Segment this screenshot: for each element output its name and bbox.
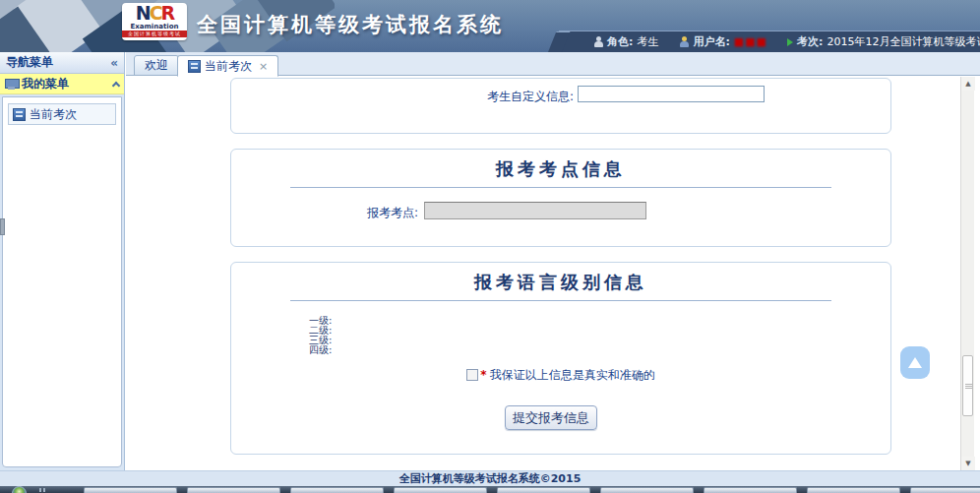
- logo-ncr-text: NCR: [122, 4, 187, 23]
- tab-current-label: 当前考次: [205, 57, 252, 76]
- username-group: 用户名: ■■■: [680, 34, 767, 49]
- taskbar-button[interactable]: [910, 487, 980, 493]
- tab-doc-icon: [188, 60, 201, 73]
- username-value-redacted: ■■■: [734, 35, 767, 48]
- session-value: 2015年12月全国计算机等级考试: [827, 34, 980, 49]
- sidebar-collapse-button[interactable]: «: [110, 56, 118, 70]
- language-levels-title: 报考语言级别信息: [231, 271, 890, 294]
- exam-site-label: 报考考点:: [359, 205, 418, 221]
- up-triangle-icon: [908, 357, 922, 368]
- logo-red-strip: 全国计算机等级考试: [122, 31, 187, 37]
- exam-session-group: 考次: 2015年12月全国计算机等级考试: [787, 34, 980, 49]
- start-orb-icon[interactable]: [12, 486, 27, 493]
- scrollbar-thumb[interactable]: [962, 355, 973, 416]
- section-divider: [290, 187, 831, 188]
- sidebar-header: 导航菜单 «: [0, 52, 124, 74]
- exam-site-input-disabled: [424, 202, 646, 219]
- main-area: 欢迎 当前考次 × 考生自定义信息: 报考考点信息 报考考点:: [126, 52, 980, 470]
- section-language-levels: 报考语言级别信息 一级: 二级: 三级: 四级: *我保证以上信息是真实和准确的…: [230, 262, 891, 455]
- vertical-scrollbar[interactable]: ▲ ▼: [960, 77, 974, 470]
- page-title: 全国计算机等级考试报名系统: [197, 11, 504, 38]
- ncre-registration-app: NCR Examination 全国计算机等级考试 全国计算机等级考试报名系统 …: [0, 0, 980, 493]
- sidebar-group-label: 我的菜单: [22, 76, 69, 92]
- role-person-icon: [594, 36, 603, 47]
- custom-info-input[interactable]: [578, 86, 765, 102]
- taskbar-button[interactable]: [704, 487, 797, 493]
- logo-subtitle: Examination: [122, 23, 187, 31]
- agreement-text: 我保证以上信息是真实和准确的: [490, 368, 655, 382]
- navigation-sidebar: 导航菜单 « 我的菜单 当前考次: [0, 52, 125, 470]
- sidebar-item-label: 当前考次: [30, 106, 77, 123]
- windows-taskbar: [0, 486, 980, 493]
- level-list: 一级: 二级: 三级: 四级:: [309, 316, 332, 355]
- user-status-bar: 角色: 考生 用户名: ■■■ 考次: 2015年12月全国计算机等级考试 退出: [559, 31, 980, 52]
- session-label: 考次:: [797, 34, 823, 49]
- required-asterisk: *: [480, 368, 486, 382]
- role-group: 角色: 考生: [594, 34, 658, 49]
- section-divider: [290, 300, 831, 301]
- exam-site-title: 报考考点信息: [231, 157, 890, 181]
- custom-info-label: 考生自定义信息:: [487, 89, 574, 105]
- ncre-logo: NCR Examination 全国计算机等级考试: [122, 3, 187, 40]
- scroll-up-arrow[interactable]: ▲: [961, 77, 975, 91]
- tab-current-exam[interactable]: 当前考次 ×: [177, 55, 278, 77]
- sidebar-group-my-menu[interactable]: 我的菜单: [0, 74, 124, 94]
- taskbar-button[interactable]: [497, 487, 590, 493]
- role-label: 角色:: [607, 34, 633, 49]
- footer-copyright: 全国计算机等级考试报名系统©2015: [0, 470, 980, 486]
- chevron-up-icon: [112, 81, 120, 89]
- taskbar-button[interactable]: [807, 487, 900, 493]
- agreement-row: *我保证以上信息是真实和准确的: [231, 367, 890, 384]
- sidebar-panel: 当前考次: [2, 96, 122, 467]
- agreement-checkbox[interactable]: [466, 369, 478, 381]
- taskbar-button[interactable]: [187, 487, 280, 493]
- monitor-icon: [5, 79, 18, 90]
- user-person-icon: [680, 36, 689, 47]
- section-custom-info: 考生自定义信息:: [230, 78, 891, 134]
- section-exam-site: 报考考点信息 报考考点:: [230, 149, 891, 247]
- form-content: 考生自定义信息: 报考考点信息 报考考点: 报考语言级别信息 一级: 二级: 三…: [126, 77, 980, 470]
- taskbar-button[interactable]: [600, 487, 694, 493]
- sidebar-item-current-exam[interactable]: 当前考次: [8, 103, 116, 125]
- back-to-top-button[interactable]: [900, 346, 930, 379]
- scroll-down-arrow[interactable]: ▼: [961, 457, 975, 470]
- submit-registration-button[interactable]: 提交报考信息: [505, 405, 597, 430]
- calendar-doc-icon: [13, 108, 26, 121]
- tab-welcome[interactable]: 欢迎: [134, 55, 179, 76]
- level-row-4: 四级:: [309, 345, 332, 355]
- sidebar-title: 导航菜单: [6, 54, 53, 71]
- taskbar-button[interactable]: [290, 487, 384, 493]
- tab-close-icon[interactable]: ×: [259, 57, 268, 76]
- role-value: 考生: [637, 34, 658, 49]
- quick-launch-icons[interactable]: [39, 488, 47, 492]
- taskbar-button[interactable]: [394, 487, 487, 493]
- green-arrow-icon: [787, 38, 793, 46]
- taskbar-button[interactable]: [84, 487, 177, 493]
- username-label: 用户名:: [693, 34, 729, 49]
- panel-resize-grip[interactable]: [0, 218, 5, 235]
- tab-welcome-label: 欢迎: [145, 56, 168, 75]
- tab-bar: 欢迎 当前考次 ×: [126, 52, 980, 76]
